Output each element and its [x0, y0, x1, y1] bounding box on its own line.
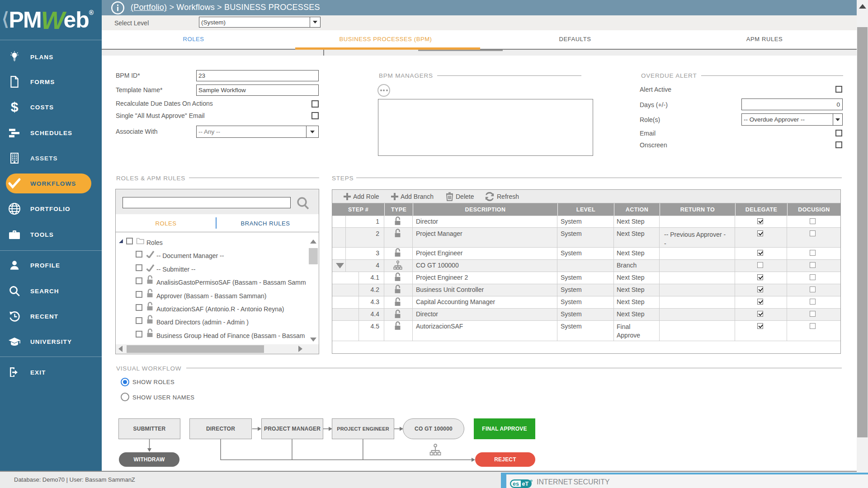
svg-text:eТ: eТ: [522, 481, 529, 487]
svg-text:es: es: [513, 481, 519, 487]
